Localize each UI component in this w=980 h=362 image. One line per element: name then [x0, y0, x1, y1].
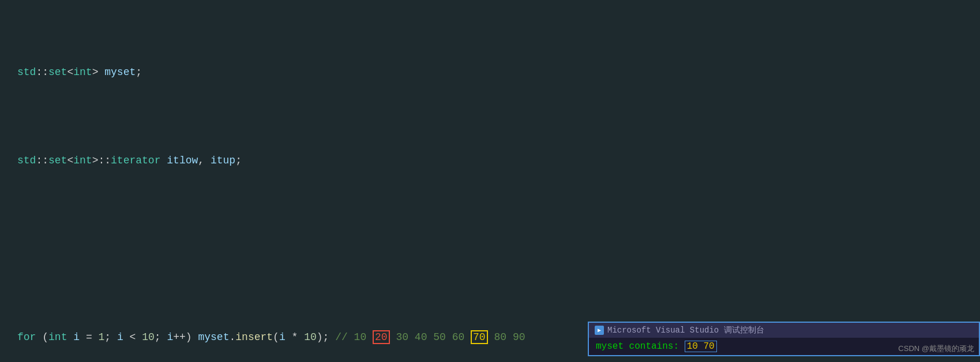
code-line-3	[17, 240, 963, 258]
console-output-values: 10 70	[685, 341, 717, 352]
console-title-bar: ▶ Microsoft Visual Studio 调试控制台	[589, 323, 979, 338]
code-editor: std::set<int> myset; std::set<int>::iter…	[0, 0, 980, 362]
code-line-1: std::set<int> myset;	[17, 64, 963, 81]
console-title: Microsoft Visual Studio 调试控制台	[607, 325, 764, 335]
vs-icon: ▶	[595, 326, 604, 335]
console-output-label: myset contains:	[596, 341, 679, 352]
watermark: CSDN @戴墨镜的顽龙	[898, 344, 974, 354]
code-line-2: std::set<int>::iterator itlow, itup;	[17, 152, 963, 170]
